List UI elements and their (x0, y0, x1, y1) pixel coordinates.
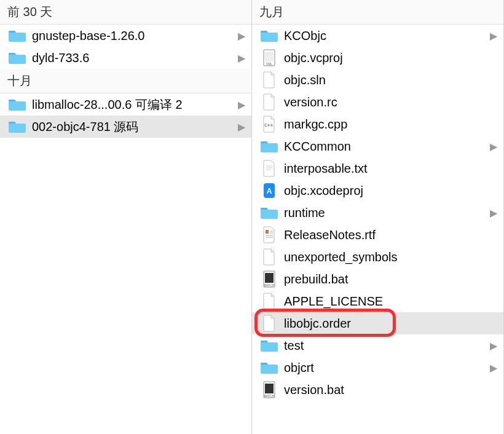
file-item[interactable]: prebuild.bat (252, 268, 503, 290)
chevron-right-icon: ▶ (238, 121, 245, 133)
file-icon (261, 116, 278, 133)
file-item[interactable]: KCObjc▶ (252, 25, 503, 47)
item-label: markgc.cpp (284, 117, 497, 132)
list-recent: gnustep-base-1.26.0 ▶ dyld-733.6 ▶ (0, 25, 251, 69)
item-label: objc.vcproj (284, 51, 497, 65)
folder-icon (9, 118, 26, 135)
file-item[interactable]: objc.sln (252, 69, 503, 91)
item-label: KCObjc (284, 29, 486, 43)
chevron-right-icon: ▶ (490, 340, 497, 352)
item-label: unexported_symbols (284, 250, 497, 264)
chevron-right-icon: ▶ (238, 30, 245, 42)
item-label: libmalloc-28...00.6 可编译 2 (32, 97, 234, 113)
item-label: objc.xcodeproj (284, 184, 497, 198)
folder-icon (261, 359, 278, 376)
finder-column-view: 前 30 天 gnustep-base-1.26.0 ▶ dyld-733.6 … (0, 0, 504, 434)
item-label: APPLE_LICENSE (284, 294, 497, 309)
file-item[interactable]: markgc.cpp (252, 113, 503, 135)
file-item[interactable]: test▶ (252, 334, 503, 357)
file-icon (261, 160, 278, 177)
file-icon (261, 270, 278, 288)
chevron-right-icon: ▶ (490, 207, 497, 219)
item-label: version.rc (284, 95, 497, 109)
chevron-right-icon: ▶ (490, 141, 497, 152)
file-icon (261, 381, 278, 398)
chevron-right-icon: ▶ (238, 99, 245, 111)
item-label: objc.sln (284, 73, 497, 87)
folder-icon (261, 337, 278, 354)
item-label: 002-objc4-781 源码 (32, 119, 234, 135)
item-label: gnustep-base-1.26.0 (32, 29, 234, 43)
file-item[interactable]: version.rc (252, 91, 503, 113)
file-icon (261, 49, 278, 66)
item-label: test (284, 339, 486, 353)
chevron-right-icon: ▶ (238, 52, 245, 64)
file-item[interactable]: interposable.txt (252, 157, 503, 180)
file-item[interactable]: version.bat (252, 379, 503, 401)
file-icon (261, 93, 278, 111)
section-header-recent: 前 30 天 (0, 0, 251, 25)
folder-item-objc4-source[interactable]: 002-objc4-781 源码 ▶ (0, 116, 251, 138)
item-label: interposable.txt (284, 162, 497, 176)
file-item[interactable]: APPLE_LICENSE (252, 290, 503, 312)
item-label: objcrt (284, 361, 486, 375)
file-icon (261, 315, 278, 332)
chevron-right-icon: ▶ (490, 30, 497, 42)
file-item[interactable]: objc.xcodeproj (252, 180, 503, 202)
file-item[interactable]: objcrt▶ (252, 357, 503, 379)
folder-item-gnustep[interactable]: gnustep-base-1.26.0 ▶ (0, 25, 251, 47)
folder-icon (261, 204, 278, 221)
section-header-september: 九月 (252, 0, 503, 25)
file-item[interactable]: objc.vcproj (252, 47, 503, 69)
file-icon (261, 182, 278, 199)
file-item[interactable]: ReleaseNotes.rtf (252, 224, 503, 246)
file-item[interactable]: runtime▶ (252, 202, 503, 224)
folder-icon (261, 27, 278, 44)
item-label: prebuild.bat (284, 272, 497, 286)
file-item[interactable]: libobjc.order (252, 312, 503, 334)
file-icon (261, 226, 278, 243)
folder-icon (9, 96, 26, 113)
column-right: 九月 KCObjc▶objc.vcprojobjc.slnversion.rcm… (252, 0, 504, 434)
list-september: KCObjc▶objc.vcprojobjc.slnversion.rcmark… (252, 25, 503, 401)
column-left: 前 30 天 gnustep-base-1.26.0 ▶ dyld-733.6 … (0, 0, 252, 434)
folder-icon (9, 49, 26, 66)
item-label: version.bat (284, 383, 497, 397)
chevron-right-icon: ▶ (490, 362, 497, 374)
item-label: ReleaseNotes.rtf (284, 228, 497, 242)
file-icon (261, 248, 278, 266)
file-item[interactable]: unexported_symbols (252, 246, 503, 268)
folder-icon (261, 138, 278, 155)
file-item[interactable]: KCCommon▶ (252, 135, 503, 157)
folder-item-dyld[interactable]: dyld-733.6 ▶ (0, 47, 251, 69)
folder-item-libmalloc[interactable]: libmalloc-28...00.6 可编译 2 ▶ (0, 93, 251, 116)
item-label: runtime (284, 206, 486, 220)
file-icon (261, 293, 278, 310)
list-october: libmalloc-28...00.6 可编译 2 ▶ 002-objc4-78… (0, 93, 251, 138)
item-label: KCCommon (284, 140, 486, 154)
item-label: libobjc.order (284, 317, 497, 331)
item-label: dyld-733.6 (32, 51, 234, 65)
section-header-october: 十月 (0, 69, 251, 93)
file-icon (261, 71, 278, 89)
folder-icon (9, 27, 26, 44)
